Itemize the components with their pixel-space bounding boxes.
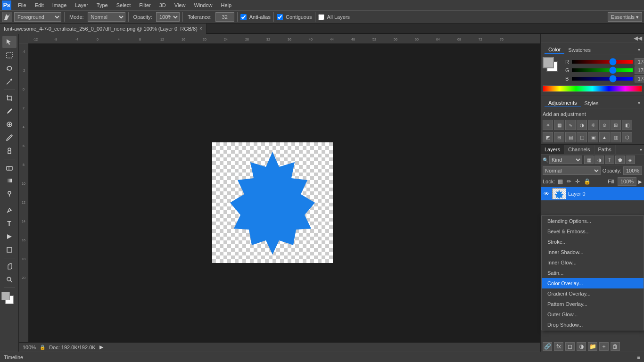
- fg-bg-colors[interactable]: [1, 292, 17, 308]
- menu-image[interactable]: Image: [49, 1, 71, 9]
- lock-transparency[interactable]: ▦: [557, 178, 564, 185]
- mode-select[interactable]: Normal: [88, 12, 125, 22]
- layers-tab[interactable]: Layers: [541, 145, 564, 154]
- layer-visibility-eye[interactable]: 👁: [543, 190, 550, 197]
- menu-type[interactable]: Type: [93, 1, 112, 9]
- tool-crop[interactable]: [2, 92, 17, 104]
- tab-close-button[interactable]: ×: [199, 26, 202, 31]
- adj-vibrance[interactable]: ❊: [588, 120, 598, 130]
- ctx-bevel-emboss[interactable]: Bevel & Emboss...: [542, 226, 644, 237]
- menu-help[interactable]: Help: [217, 1, 236, 9]
- menu-select[interactable]: Select: [113, 1, 135, 9]
- foreground-tool-select[interactable]: Foreground: [14, 12, 61, 22]
- tool-lasso[interactable]: [2, 62, 17, 74]
- tool-path-selection[interactable]: [2, 230, 17, 243]
- layer-new-btn[interactable]: ＋: [599, 342, 609, 351]
- tool-selection[interactable]: [2, 36, 17, 48]
- adj-threshold[interactable]: ▲: [599, 132, 610, 142]
- g-slider[interactable]: [572, 68, 633, 72]
- filter-pixel[interactable]: ▦: [584, 156, 594, 164]
- layer-adjustment-btn[interactable]: ◑: [577, 342, 586, 351]
- menu-filter[interactable]: Filter: [135, 1, 154, 9]
- filter-smart[interactable]: ◈: [626, 156, 635, 164]
- adj-collapse[interactable]: ▾: [638, 100, 640, 106]
- opacity-select[interactable]: 100%: [156, 12, 180, 22]
- paths-tab[interactable]: Paths: [594, 145, 616, 154]
- filter-icon[interactable]: 🔍: [543, 157, 548, 163]
- adj-posterize[interactable]: ▣: [588, 132, 598, 142]
- adj-hue[interactable]: ⊙: [599, 120, 610, 130]
- menu-layer[interactable]: Layer: [71, 1, 92, 9]
- ctx-gradient-overlay[interactable]: Gradient Overlay...: [542, 288, 644, 299]
- tool-pen[interactable]: [2, 204, 17, 216]
- opacity-input[interactable]: [623, 166, 642, 175]
- adj-brightness[interactable]: ☀: [543, 120, 553, 130]
- tool-healing[interactable]: [2, 118, 17, 131]
- styles-tab[interactable]: Styles: [581, 99, 603, 107]
- menu-view[interactable]: View: [171, 1, 190, 9]
- adj-selective-color[interactable]: ⬡: [622, 132, 632, 142]
- menu-file[interactable]: File: [14, 1, 30, 9]
- tool-marquee[interactable]: [2, 49, 17, 61]
- tool-dodge[interactable]: [2, 188, 17, 200]
- adj-photo-filter[interactable]: ◩: [543, 132, 553, 142]
- filter-adjust[interactable]: ◑: [594, 156, 604, 164]
- channels-tab[interactable]: Channels: [564, 145, 594, 154]
- tool-hand[interactable]: [2, 260, 17, 272]
- filter-shape[interactable]: ⬟: [615, 156, 625, 164]
- ctx-inner-glow[interactable]: Inner Glow...: [542, 257, 644, 268]
- layer-folder-btn[interactable]: 📁: [588, 342, 597, 351]
- tool-eraser[interactable]: [2, 161, 17, 173]
- tolerance-input[interactable]: 32: [215, 12, 234, 22]
- adj-exposure[interactable]: ◑: [577, 120, 587, 130]
- timeline-options[interactable]: ≡: [637, 354, 640, 361]
- layers-collapse[interactable]: ▾: [638, 147, 644, 152]
- tool-zoom[interactable]: [2, 273, 17, 286]
- blend-mode-select[interactable]: Normal: [543, 166, 601, 175]
- adjustments-tab[interactable]: Adjustments: [545, 99, 581, 107]
- tool-eyedropper[interactable]: [2, 105, 17, 117]
- adj-bw[interactable]: ◧: [622, 120, 632, 130]
- layer-effects-btn[interactable]: fx: [554, 342, 563, 351]
- menu-3d[interactable]: 3D: [156, 1, 170, 9]
- filter-text[interactable]: T: [605, 156, 614, 164]
- panel-collapse-btn[interactable]: ◀◀: [634, 35, 642, 41]
- color-panel-collapse[interactable]: ▾: [638, 47, 640, 52]
- anti-alias-checkbox[interactable]: [240, 14, 247, 20]
- adj-color-lookup[interactable]: ▤: [565, 132, 576, 142]
- essentials-button[interactable]: Essentials ▾: [608, 12, 642, 22]
- swatches-tab[interactable]: Swatches: [564, 46, 594, 54]
- ctx-outer-glow[interactable]: Outer Glow...: [542, 309, 644, 320]
- tool-brush[interactable]: [2, 132, 17, 144]
- tool-text[interactable]: T: [2, 217, 17, 230]
- adj-levels[interactable]: ▦: [554, 120, 564, 130]
- all-layers-checkbox[interactable]: [318, 14, 324, 20]
- r-slider[interactable]: [572, 60, 633, 64]
- fill-input[interactable]: [618, 177, 636, 186]
- layer-0-item[interactable]: 👁 Layer 0: [541, 187, 644, 200]
- adj-invert[interactable]: ◫: [577, 132, 587, 142]
- layer-mask-btn[interactable]: ◻: [565, 342, 575, 351]
- ctx-stroke[interactable]: Stroke...: [542, 237, 644, 247]
- fg-color-swatch[interactable]: [1, 292, 10, 300]
- ctx-color-overlay[interactable]: Color Overlay...: [542, 278, 644, 288]
- adj-channel-mixer[interactable]: ⊟: [554, 132, 564, 142]
- kind-filter[interactable]: Kind: [549, 156, 582, 164]
- tool-gradient[interactable]: [2, 174, 17, 187]
- ctx-inner-shadow[interactable]: Inner Shadow...: [542, 247, 644, 257]
- menu-edit[interactable]: Edit: [31, 1, 48, 9]
- color-tab[interactable]: Color: [545, 46, 564, 54]
- fg-color-box[interactable]: [543, 57, 554, 68]
- adj-color-balance[interactable]: ⊞: [611, 120, 621, 130]
- adj-curves[interactable]: ∿: [565, 120, 576, 130]
- ctx-satin[interactable]: Satin...: [542, 268, 644, 278]
- menu-window[interactable]: Window: [190, 1, 216, 9]
- lock-position[interactable]: ✛: [574, 178, 581, 185]
- document-tab[interactable]: font-awesome_4-7-0_certificate_256_0_007…: [0, 24, 206, 34]
- layer-link-btn[interactable]: 🔗: [543, 342, 552, 351]
- tool-clone[interactable]: [2, 145, 17, 157]
- b-slider[interactable]: [572, 77, 633, 81]
- tool-magic-wand[interactable]: [2, 75, 17, 88]
- lock-all[interactable]: 🔒: [583, 178, 592, 185]
- color-spectrum[interactable]: [543, 85, 642, 92]
